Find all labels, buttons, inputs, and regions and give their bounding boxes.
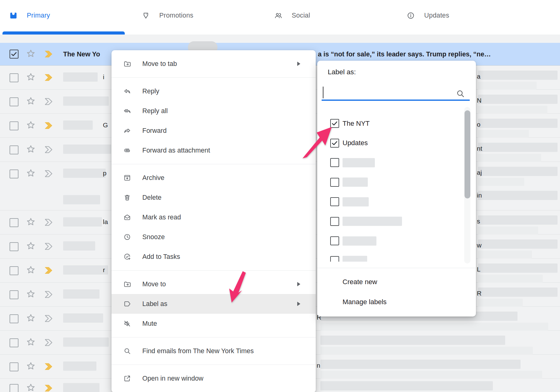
menu-item-delete[interactable]: Delete	[112, 188, 316, 207]
star-icon[interactable]	[26, 361, 36, 371]
menu-item-mark-as-read[interactable]: Mark as read	[112, 207, 316, 227]
row-checkbox[interactable]	[10, 266, 18, 275]
text-caret	[323, 87, 323, 98]
label-name: Updates	[343, 139, 368, 147]
redacted-text	[478, 299, 523, 307]
row-checkbox[interactable]	[10, 290, 18, 299]
label-option-redacted-6[interactable]	[317, 212, 476, 231]
star-icon[interactable]	[26, 265, 36, 275]
manage-labels-button[interactable]: Manage labels	[317, 293, 476, 311]
tab-social[interactable]: Social	[267, 3, 399, 28]
create-new-button[interactable]: Create new	[317, 273, 476, 291]
row-checkbox[interactable]	[10, 384, 18, 392]
label-checkbox[interactable]	[330, 256, 339, 262]
menu-item-snooze[interactable]: Snooze	[112, 227, 316, 247]
star-icon[interactable]	[26, 383, 36, 392]
row-checkbox[interactable]	[10, 121, 18, 130]
reply-icon	[123, 87, 131, 95]
menu-item-add-to-tasks[interactable]: Add to Tasks	[112, 247, 316, 267]
menu-item-open-in-new-window[interactable]: Open in new window	[112, 369, 316, 388]
importance-marker-icon[interactable]	[44, 50, 55, 59]
star-icon[interactable]	[26, 241, 36, 251]
star-icon[interactable]	[26, 96, 36, 106]
label-option-redacted-3[interactable]	[317, 153, 476, 173]
redacted-text	[478, 130, 529, 138]
redacted-label-name	[343, 217, 402, 226]
importance-marker-icon[interactable]	[44, 97, 55, 106]
label-checkbox[interactable]	[330, 158, 339, 167]
label-checkbox[interactable]	[330, 236, 339, 245]
archive-icon	[123, 174, 131, 182]
label-option-redacted-5[interactable]	[317, 192, 476, 212]
star-icon[interactable]	[26, 168, 36, 178]
importance-marker-icon[interactable]	[44, 338, 55, 347]
star-icon[interactable]	[26, 217, 36, 227]
envelope-open-icon	[123, 213, 131, 221]
importance-marker-icon[interactable]	[44, 362, 55, 371]
star-icon[interactable]	[26, 72, 36, 82]
redacted-text	[63, 96, 109, 106]
row-checkbox[interactable]	[10, 169, 18, 178]
label-option-redacted-7[interactable]	[317, 231, 476, 251]
tab-updates[interactable]: Updates	[400, 3, 532, 28]
redacted-text	[63, 337, 109, 347]
star-icon[interactable]	[26, 144, 36, 154]
annotation-arrow-nyt	[302, 125, 334, 159]
label-option-redacted-8[interactable]	[317, 251, 476, 262]
redacted-text	[63, 241, 95, 251]
importance-marker-icon[interactable]	[44, 73, 55, 82]
importance-marker-icon[interactable]	[44, 266, 55, 275]
row-checkbox[interactable]	[10, 218, 18, 227]
label-option-the-nyt[interactable]: The NYT	[317, 114, 476, 133]
menu-item-forward[interactable]: Forward	[112, 121, 316, 141]
row-checkbox[interactable]	[10, 338, 18, 347]
popup-divider	[317, 268, 476, 268]
menu-item-reply-all[interactable]: Reply all	[112, 101, 316, 121]
redacted-text	[478, 82, 537, 90]
label-checkbox[interactable]	[330, 217, 339, 226]
redacted-text	[478, 215, 558, 225]
row-checkbox[interactable]	[10, 362, 18, 371]
menu-item-reply[interactable]: Reply	[112, 81, 316, 101]
star-icon[interactable]	[26, 313, 36, 323]
label-name: The NYT	[343, 120, 370, 128]
label-checkbox[interactable]	[330, 178, 339, 187]
importance-marker-icon[interactable]	[44, 121, 55, 130]
redacted-label-name	[343, 178, 368, 187]
importance-marker-icon[interactable]	[44, 384, 55, 392]
row-checkbox[interactable]	[10, 145, 18, 154]
importance-marker-icon[interactable]	[44, 290, 55, 299]
redacted-text	[320, 323, 548, 331]
importance-marker-icon[interactable]	[44, 169, 55, 178]
tab-promotions[interactable]: Promotions	[135, 3, 267, 28]
menu-item-find-emails-from-the-new-york-times[interactable]: Find emails from The New York Times	[112, 341, 316, 361]
importance-marker-icon[interactable]	[44, 145, 55, 154]
star-icon[interactable]	[26, 289, 36, 299]
menu-item-label-as[interactable]: Label as	[112, 294, 316, 314]
importance-marker-icon[interactable]	[44, 314, 55, 323]
menu-item-forward-as-attachment[interactable]: Forward as attachment	[112, 141, 316, 160]
menu-item-mute[interactable]: Mute	[112, 314, 316, 333]
redacted-text	[63, 265, 108, 275]
importance-marker-icon[interactable]	[44, 218, 55, 227]
menu-item-move-to-tab[interactable]: Move to tab	[112, 54, 316, 74]
star-icon[interactable]	[26, 120, 36, 130]
menu-section-2: Reply Reply all Forward Forward as attac…	[112, 77, 316, 164]
row-checkbox[interactable]	[10, 314, 18, 323]
menu-item-archive[interactable]: Archive	[112, 168, 316, 188]
star-icon[interactable]	[26, 49, 36, 59]
row-checkbox[interactable]	[10, 73, 18, 82]
label-option-redacted-4[interactable]	[317, 173, 476, 192]
row-checkbox[interactable]	[10, 242, 18, 251]
row-checkbox[interactable]	[10, 97, 18, 106]
tab-primary[interactable]: Primary	[2, 3, 134, 28]
label-checkbox[interactable]	[330, 197, 339, 206]
label-options-list: The NYT Updates	[317, 106, 476, 262]
label-option-updates[interactable]: Updates	[317, 133, 476, 153]
menu-item-move-to[interactable]: Move to	[112, 274, 316, 294]
scrollbar-thumb[interactable]	[465, 110, 470, 198]
star-icon[interactable]	[26, 337, 36, 347]
row-checkbox[interactable]	[10, 50, 18, 59]
importance-marker-icon[interactable]	[44, 242, 55, 251]
label-search-input[interactable]	[322, 85, 457, 99]
